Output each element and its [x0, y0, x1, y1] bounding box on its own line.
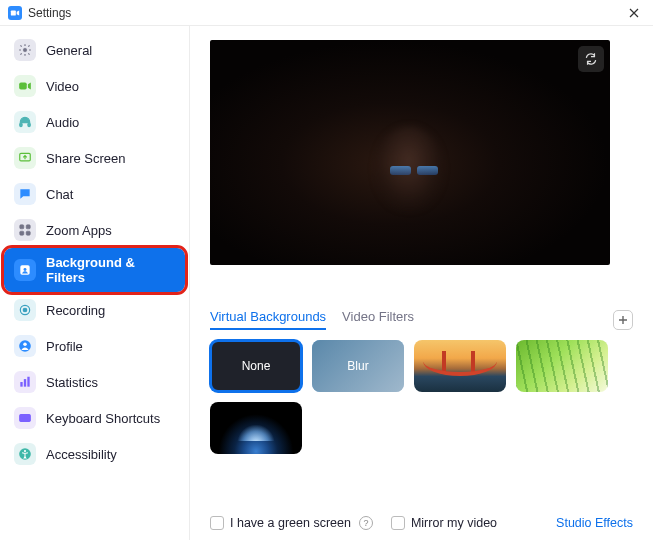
sidebar-item-label: Recording: [46, 303, 105, 318]
thumb-label: None: [242, 359, 271, 373]
svg-rect-6: [20, 225, 24, 229]
background-tabs: Virtual Backgrounds Video Filters: [210, 309, 414, 330]
sidebar-item-share-screen[interactable]: Share Screen: [4, 140, 185, 176]
main-panel: Virtual Backgrounds Video Filters None B…: [190, 26, 653, 540]
sidebar-item-keyboard-shortcuts[interactable]: Keyboard Shortcuts: [4, 400, 185, 436]
svg-rect-16: [20, 382, 22, 387]
svg-rect-17: [24, 379, 26, 387]
sidebar-item-label: Keyboard Shortcuts: [46, 411, 160, 426]
sidebar-item-chat[interactable]: Chat: [4, 176, 185, 212]
accessibility-icon: [14, 443, 36, 465]
svg-rect-19: [20, 415, 31, 422]
sidebar-item-label: Video: [46, 79, 79, 94]
video-preview: [210, 40, 610, 265]
apps-icon: [14, 219, 36, 241]
sidebar-item-video[interactable]: Video: [4, 68, 185, 104]
background-icon: [14, 259, 36, 281]
checkbox-icon: [391, 516, 405, 530]
sidebar-item-label: Audio: [46, 115, 79, 130]
sidebar-item-label: Background & Filters: [46, 255, 175, 285]
sidebar-item-background-filters[interactable]: Background & Filters: [4, 248, 185, 292]
sidebar-item-recording[interactable]: Recording: [4, 292, 185, 328]
gear-icon: [14, 39, 36, 61]
window-title: Settings: [28, 6, 71, 20]
bg-thumb-earth[interactable]: [210, 402, 302, 454]
svg-point-13: [23, 308, 27, 312]
checkbox-label: Mirror my video: [411, 516, 497, 530]
svg-point-11: [24, 268, 27, 271]
video-icon: [14, 75, 36, 97]
sidebar-item-statistics[interactable]: Statistics: [4, 364, 185, 400]
help-icon[interactable]: ?: [359, 516, 373, 530]
sidebar-item-label: Zoom Apps: [46, 223, 112, 238]
chat-icon: [14, 183, 36, 205]
bg-thumb-blur[interactable]: Blur: [312, 340, 404, 392]
tab-video-filters[interactable]: Video Filters: [342, 309, 414, 330]
svg-rect-8: [20, 231, 24, 235]
keyboard-icon: [14, 407, 36, 429]
mirror-video-checkbox[interactable]: Mirror my video: [391, 516, 497, 530]
sidebar-item-general[interactable]: General: [4, 32, 185, 68]
svg-rect-7: [26, 225, 30, 229]
sidebar-item-label: Accessibility: [46, 447, 117, 462]
settings-sidebar: General Video Audio Share Screen: [0, 26, 190, 540]
app-icon: [8, 6, 22, 20]
svg-point-15: [23, 343, 27, 347]
sidebar-item-audio[interactable]: Audio: [4, 104, 185, 140]
studio-effects-link[interactable]: Studio Effects: [556, 516, 633, 530]
share-screen-icon: [14, 147, 36, 169]
add-background-button[interactable]: [613, 310, 633, 330]
svg-rect-18: [27, 377, 29, 387]
sidebar-item-label: Share Screen: [46, 151, 126, 166]
thumb-label: Blur: [347, 359, 368, 373]
green-screen-checkbox[interactable]: I have a green screen ?: [210, 516, 373, 530]
sidebar-item-label: General: [46, 43, 92, 58]
svg-point-1: [23, 48, 27, 52]
svg-rect-4: [28, 123, 30, 127]
checkbox-icon: [210, 516, 224, 530]
bg-thumb-golden-gate[interactable]: [414, 340, 506, 392]
sidebar-item-label: Profile: [46, 339, 83, 354]
svg-rect-2: [19, 83, 27, 90]
background-thumbnails: None Blur: [210, 340, 633, 454]
svg-rect-9: [26, 231, 30, 235]
sidebar-item-label: Statistics: [46, 375, 98, 390]
svg-rect-0: [11, 10, 16, 15]
titlebar: Settings: [0, 0, 653, 26]
sidebar-item-accessibility[interactable]: Accessibility: [4, 436, 185, 472]
bg-thumb-grass[interactable]: [516, 340, 608, 392]
sidebar-item-label: Chat: [46, 187, 73, 202]
close-button[interactable]: [623, 2, 645, 24]
profile-icon: [14, 335, 36, 357]
tab-virtual-backgrounds[interactable]: Virtual Backgrounds: [210, 309, 326, 330]
sidebar-item-zoom-apps[interactable]: Zoom Apps: [4, 212, 185, 248]
checkbox-label: I have a green screen: [230, 516, 351, 530]
recording-icon: [14, 299, 36, 321]
statistics-icon: [14, 371, 36, 393]
rotate-camera-button[interactable]: [578, 46, 604, 72]
headphones-icon: [14, 111, 36, 133]
sidebar-item-profile[interactable]: Profile: [4, 328, 185, 364]
bg-thumb-none[interactable]: None: [210, 340, 302, 392]
svg-rect-3: [20, 123, 22, 127]
svg-point-21: [24, 450, 26, 452]
